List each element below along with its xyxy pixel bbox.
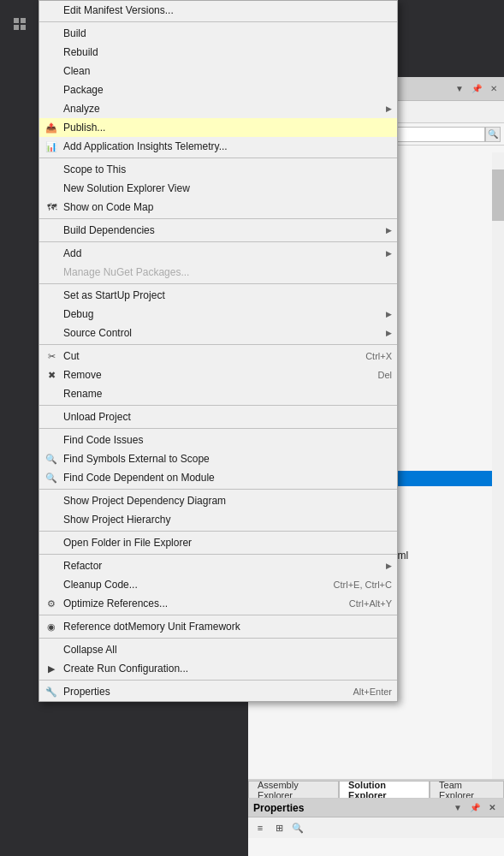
menu-item-label-open-folder: Open Folder in File Explorer [63,537,192,549]
menu-item-show-dep-diagram[interactable]: Show Project Dependency Diagram [39,491,397,510]
find-code-dependent-icon: 🔍 [44,471,58,484]
props-btn-2[interactable]: ⊞ [270,819,288,836]
menu-item-refactor[interactable]: Refactor▶ [39,556,397,575]
svg-rect-2 [14,25,19,30]
publish-icon: 📤 [44,121,58,134]
menu-item-package[interactable]: Package [39,80,397,99]
menu-item-remove[interactable]: ✖RemoveDel [39,366,397,384]
properties-pin[interactable]: 📌 [468,801,482,815]
svg-rect-3 [21,25,26,30]
show-code-map-icon: 🗺 [44,200,58,214]
context-menu: Edit Manifest Versions...BuildRebuildCle… [39,0,398,702]
menu-item-show-code-map[interactable]: 🗺Show on Code Map [39,198,397,217]
menu-item-label-properties: Properties [63,686,110,698]
menu-separator [39,638,397,639]
scrollbar-thumb[interactable] [492,169,504,221]
menu-item-debug[interactable]: Debug▶ [39,305,397,324]
menu-item-label-rebuild: Rebuild [63,46,98,58]
shortcut-optimize-references: Ctrl+Alt+Y [332,598,392,609]
menu-item-label-unload-project: Unload Project [63,411,131,423]
menu-item-create-run-config[interactable]: ▶Create Run Configuration... [39,659,397,678]
properties-toolbar: ≡ ⊞ 🔍 [248,817,504,838]
tab-team-explorer[interactable]: Team Explorer [430,781,504,798]
menu-item-set-startup[interactable]: Set as StartUp Project [39,286,397,305]
panel-dropdown-btn[interactable]: ▼ [453,82,466,96]
menu-separator [39,241,397,242]
submenu-arrow-debug: ▶ [386,310,392,318]
tab-solution-explorer[interactable]: Solution Explorer [339,781,430,798]
sidebar-btn-1[interactable] [0,9,39,39]
menu-item-find-code-dependent[interactable]: 🔍Find Code Dependent on Module [39,468,397,487]
menu-item-label-edit-manifest: Edit Manifest Versions... [63,4,174,16]
menu-item-build[interactable]: Build [39,24,397,43]
menu-item-label-build-dependencies: Build Dependencies [63,224,155,236]
menu-item-manage-nuget: Manage NuGet Packages... [39,263,397,282]
properties-panel: Properties ▼ 📌 ✕ ≡ ⊞ 🔍 [248,798,504,856]
menu-separator [39,554,397,555]
menu-item-build-dependencies[interactable]: Build Dependencies▶ [39,221,397,240]
menu-item-source-control[interactable]: Source Control▶ [39,324,397,342]
menu-item-show-hierarchy[interactable]: Show Project Hierarchy [39,510,397,529]
menu-item-label-build: Build [63,27,86,39]
menu-separator [39,531,397,532]
add-insights-icon: 📊 [44,140,58,153]
menu-item-label-source-control: Source Control [63,327,132,339]
menu-item-label-set-startup: Set as StartUp Project [63,289,165,301]
menu-separator [39,158,397,158]
menu-item-add-insights[interactable]: 📊Add Application Insights Telemetry... [39,137,397,156]
menu-item-cleanup-code[interactable]: Cleanup Code...Ctrl+E, Ctrl+C [39,575,397,594]
menu-item-rename[interactable]: Rename [39,384,397,403]
menu-item-new-solution-explorer[interactable]: New Solution Explorer View [39,179,397,198]
shortcut-properties: Alt+Enter [335,687,392,697]
menu-separator [39,615,397,615]
props-btn-search[interactable]: 🔍 [289,819,306,836]
shortcut-remove: Del [360,370,392,380]
menu-item-publish[interactable]: 📤Publish... [39,118,397,137]
menu-item-label-add-insights: Add Application Insights Telemetry... [63,140,228,152]
menu-item-unload-project[interactable]: Unload Project [39,407,397,426]
menu-separator [39,489,397,490]
remove-icon: ✖ [44,368,58,382]
search-button[interactable]: 🔍 [485,127,501,142]
menu-item-clean[interactable]: Clean [39,62,397,80]
panel-pin-btn[interactable]: 📌 [470,82,483,96]
props-btn-1[interactable]: ≡ [252,819,269,836]
menu-item-label-rename: Rename [63,388,102,400]
menu-item-label-scope-to-this: Scope to This [63,163,126,175]
menu-item-edit-manifest[interactable]: Edit Manifest Versions... [39,1,397,20]
shortcut-cleanup-code: Ctrl+E, Ctrl+C [317,580,392,590]
vertical-scrollbar[interactable] [492,152,504,779]
cut-icon: ✂ [44,349,58,363]
menu-item-scope-to-this[interactable]: Scope to This [39,160,397,179]
menu-item-label-publish: Publish... [63,122,105,134]
menu-item-label-optimize-references: Optimize References... [63,597,168,609]
find-symbols-icon: 🔍 [44,452,58,466]
tab-assembly-explorer[interactable]: Assembly Explorer [248,781,339,798]
menu-separator [39,218,397,219]
menu-item-label-debug: Debug [63,308,93,320]
menu-item-add[interactable]: Add▶ [39,244,397,263]
menu-item-label-add: Add [63,247,81,259]
bottom-tab-bar: Assembly Explorer Solution Explorer Team… [248,779,504,798]
menu-item-analyze[interactable]: Analyze▶ [39,99,397,118]
properties-dropdown[interactable]: ▼ [451,801,465,815]
menu-item-collapse-all[interactable]: Collapse All [39,640,397,659]
menu-item-open-folder[interactable]: Open Folder in File Explorer [39,533,397,552]
menu-item-reference-dotmemory[interactable]: ◉Reference dotMemory Unit Framework [39,617,397,636]
menu-item-find-symbols[interactable]: 🔍Find Symbols External to Scope [39,449,397,468]
menu-item-cut[interactable]: ✂CutCtrl+X [39,347,397,366]
properties-close[interactable]: ✕ [485,801,499,815]
reference-dotmemory-icon: ◉ [44,620,58,633]
svg-rect-0 [14,18,19,23]
menu-separator [39,680,397,681]
menu-item-label-refactor: Refactor [63,560,102,572]
submenu-arrow-add: ▶ [386,249,392,258]
submenu-arrow-build-dependencies: ▶ [386,226,392,235]
menu-item-optimize-references[interactable]: ⚙Optimize References...Ctrl+Alt+Y [39,594,397,613]
menu-item-find-code-issues[interactable]: Find Code Issues [39,431,397,449]
menu-item-properties[interactable]: 🔧PropertiesAlt+Enter [39,682,397,701]
panel-close-btn[interactable]: ✕ [487,82,501,96]
menu-item-label-find-code-issues: Find Code Issues [63,434,143,446]
menu-item-rebuild[interactable]: Rebuild [39,43,397,62]
menu-separator [39,283,397,284]
